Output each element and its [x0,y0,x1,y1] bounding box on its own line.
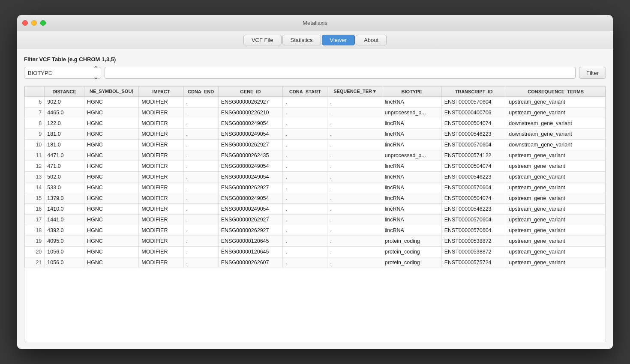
filter-dropdown[interactable]: BIOTYPE CHROM IMPACT GENE_ID CONSEQUENCE… [24,67,101,79]
cell-distance: 1410.0 [45,204,84,215]
cell-gene-id: ENSG00000262927 [218,140,283,150]
cell-rownum: 9 [25,129,45,140]
cell-seq-term: . [327,257,382,268]
cell-rownum: 10 [25,140,45,150]
cell-gene-id: ENSG00000249054 [218,129,283,140]
cell-rownum: 21 [25,257,45,268]
tab-vcf-file[interactable]: VCF File [243,35,282,45]
col-header-cdna-end[interactable]: CDNA_END [183,87,218,97]
minimize-button[interactable] [31,20,37,26]
col-header-distance[interactable]: DISTANCE [45,87,84,97]
cell-symbol: HGNC [84,150,138,161]
cell-seq-term: . [327,118,382,129]
cell-rownum: 7 [25,107,45,118]
col-header-biotype[interactable]: BIOTYPE [382,87,441,97]
cell-gene-id: ENSG00000262927 [218,225,283,236]
table-row[interactable]: 13 502.0 HGNC MODIFIER . ENSG00000249054… [25,172,606,182]
cell-consequence: upstream_gene_variant [506,236,606,247]
table-row[interactable]: 17 1441.0 HGNC MODIFIER . ENSG0000026292… [25,215,606,225]
cell-transcript-id: ENST00000504074 [441,193,506,204]
cell-cdna-start: . [283,182,327,193]
table-row[interactable]: 7 4465.0 HGNC MODIFIER . ENSG00000226210… [25,107,606,118]
col-header-gene-id[interactable]: GENE_ID [218,87,283,97]
cell-transcript-id: ENST00000546223 [441,204,506,215]
filter-button[interactable]: Filter [579,67,606,79]
cell-gene-id: ENSG00000226210 [218,107,283,118]
cell-cdna-end: . [183,107,218,118]
cell-seq-term: . [327,172,382,182]
cell-cdna-start: . [283,215,327,225]
cell-transcript-id: ENST00000400706 [441,107,506,118]
maximize-button[interactable] [40,20,46,26]
cell-symbol: HGNC [84,225,138,236]
cell-biotype: lincRNA [382,97,441,107]
table-row[interactable]: 10 181.0 HGNC MODIFIER . ENSG00000262927… [25,140,606,150]
cell-impact: MODIFIER [139,150,183,161]
cell-impact: MODIFIER [139,193,183,204]
table-row[interactable]: 19 4095.0 HGNC MODIFIER . ENSG0000012064… [25,236,606,247]
col-header-cdna-start[interactable]: CDNA_START [283,87,327,97]
cell-cdna-end: . [183,225,218,236]
cell-cdna-end: . [183,215,218,225]
cell-gene-id: ENSG00000120645 [218,236,283,247]
col-header-seq-term[interactable]: SEQUENCE_TER ▾ [327,87,382,97]
cell-rownum: 6 [25,97,45,107]
close-button[interactable] [22,20,28,26]
cell-cdna-start: . [283,161,327,172]
tab-viewer[interactable]: Viewer [322,35,355,45]
table-row[interactable]: 6 902.0 HGNC MODIFIER . ENSG00000262927 … [25,97,606,107]
filter-input[interactable] [105,67,576,79]
cell-cdna-start: . [283,193,327,204]
cell-symbol: HGNC [84,182,138,193]
cell-distance: 1056.0 [45,247,84,257]
table-row[interactable]: 9 181.0 HGNC MODIFIER . ENSG00000249054 … [25,129,606,140]
table-row[interactable]: 12 471.0 HGNC MODIFIER . ENSG00000249054… [25,161,606,172]
cell-cdna-end: . [183,129,218,140]
tab-statistics[interactable]: Statistics [282,35,321,45]
table-row[interactable]: 18 4392.0 HGNC MODIFIER . ENSG0000026292… [25,225,606,236]
col-header-transcript[interactable]: TRANSCRIPT_ID [441,87,506,97]
cell-cdna-start: . [283,257,327,268]
table-row[interactable]: 14 533.0 HGNC MODIFIER . ENSG00000262927… [25,182,606,193]
cell-impact: MODIFIER [139,172,183,182]
cell-gene-id: ENSG00000120645 [218,247,283,257]
table-row[interactable]: 15 1379.0 HGNC MODIFIER . ENSG0000024905… [25,193,606,204]
cell-consequence: upstream_gene_variant [506,193,606,204]
cell-gene-id: ENSG00000262607 [218,257,283,268]
filter-select-wrapper: BIOTYPE CHROM IMPACT GENE_ID CONSEQUENCE… [24,67,101,79]
cell-cdna-end: . [183,118,218,129]
cell-consequence: upstream_gene_variant [506,225,606,236]
tab-about[interactable]: About [356,35,387,45]
cell-gene-id: ENSG00000249054 [218,193,283,204]
table-row[interactable]: 16 1410.0 HGNC MODIFIER . ENSG0000024905… [25,204,606,215]
filter-title: Filter VCF Table (e.g CHROM 1,3,5) [24,56,606,63]
table-row[interactable]: 21 1056.0 HGNC MODIFIER . ENSG0000026260… [25,257,606,268]
cell-seq-term: . [327,129,382,140]
cell-consequence: downstream_gene_variant [506,140,606,150]
cell-symbol: HGNC [84,97,138,107]
cell-impact: MODIFIER [139,129,183,140]
cell-gene-id: ENSG00000249054 [218,161,283,172]
table-row[interactable]: 11 4471.0 HGNC MODIFIER . ENSG0000026243… [25,150,606,161]
table-row[interactable]: 20 1056.0 HGNC MODIFIER . ENSG0000012064… [25,247,606,257]
cell-consequence: upstream_gene_variant [506,215,606,225]
cell-distance: 471.0 [45,161,84,172]
cell-symbol: HGNC [84,118,138,129]
cell-seq-term: . [327,150,382,161]
cell-cdna-start: . [283,150,327,161]
main-window: Metallaxis VCF File Statistics Viewer Ab… [17,15,613,349]
col-header-rownum [25,87,45,97]
cell-transcript-id: ENST00000574122 [441,150,506,161]
table-row[interactable]: 8 122.0 HGNC MODIFIER . ENSG00000249054 … [25,118,606,129]
cell-symbol: HGNC [84,107,138,118]
col-header-symbol[interactable]: NE_SYMBOL_SOU⟨ [84,87,138,97]
table-container[interactable]: DISTANCE NE_SYMBOL_SOU⟨ IMPACT CDNA_END … [24,86,606,342]
cell-impact: MODIFIER [139,215,183,225]
cell-cdna-end: . [183,150,218,161]
cell-biotype: lincRNA [382,118,441,129]
col-header-consequence[interactable]: CONSEQUENCE_TERMS [506,87,606,97]
cell-transcript-id: ENST00000570604 [441,140,506,150]
data-table: DISTANCE NE_SYMBOL_SOU⟨ IMPACT CDNA_END … [24,86,606,268]
col-header-impact[interactable]: IMPACT [139,87,183,97]
cell-seq-term: . [327,140,382,150]
